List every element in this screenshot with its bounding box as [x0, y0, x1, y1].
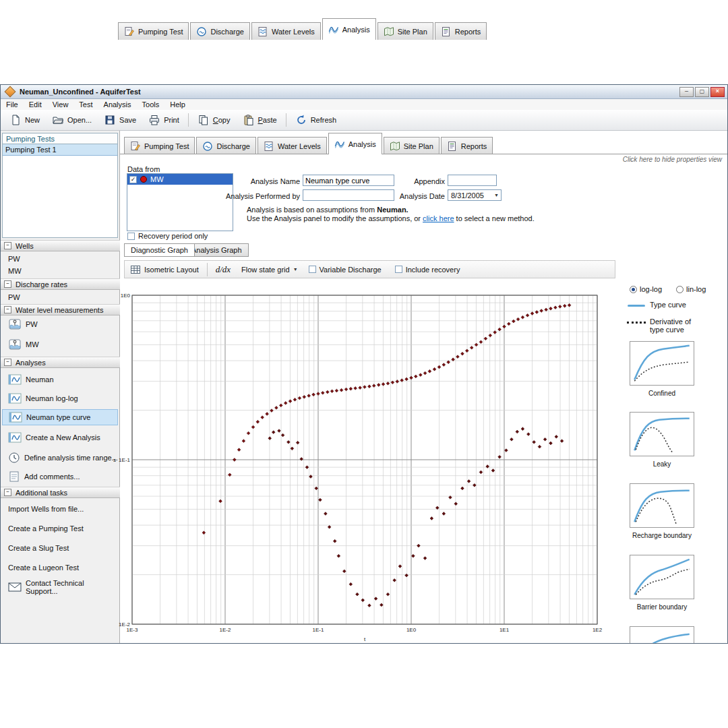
tab-analysis[interactable]: Analysis — [328, 133, 382, 154]
flow-state-grid-dropdown[interactable]: Flow state grid▼ — [241, 266, 297, 274]
sidebar-section-additional-tasks[interactable]: Additional tasks — [1, 487, 120, 498]
sidebar-item-create-slug-test[interactable]: Create a Slug Test — [2, 542, 118, 554]
model-thumbnail-recharge-boundary[interactable] — [630, 483, 694, 528]
sidebar-section-water-levels[interactable]: Water level measurements — [1, 304, 120, 315]
chevron-down-icon[interactable]: ▼ — [492, 193, 501, 198]
sidebar-item-well-pw[interactable]: PW — [2, 253, 118, 265]
copy-button[interactable]: Copy — [191, 112, 237, 128]
recovery-period-checkbox-row[interactable]: Recovery period only — [127, 232, 208, 240]
assumption-text: Use the Analysis panel to modify the ass… — [247, 214, 423, 222]
menu-analysis[interactable]: Analysis — [98, 100, 137, 109]
sidebar-section-analyses[interactable]: Analyses — [1, 357, 120, 368]
sidebar-item-create-lugeon-test[interactable]: Create a Lugeon Test — [2, 562, 118, 574]
tab-diagnostic-graph[interactable]: Diagnostic Graph — [124, 243, 195, 257]
radio-selected-icon[interactable] — [630, 286, 637, 293]
sidebar-item-neuman[interactable]: Neuman — [2, 371, 118, 388]
tab-water-levels[interactable]: Water Levels — [257, 137, 327, 154]
tab-discharge[interactable]: Discharge — [196, 137, 256, 154]
sidebar-item-waterlevel-pw[interactable]: PW — [2, 316, 118, 332]
variable-discharge-checkbox-row[interactable]: Variable Discharge — [309, 266, 382, 274]
menu-tools[interactable]: Tools — [137, 100, 165, 109]
model-thumbnail-barrier-boundary[interactable] — [630, 555, 694, 599]
collapse-icon[interactable] — [4, 359, 11, 366]
tab-analysis[interactable]: Analysis — [322, 18, 376, 40]
collapse-icon[interactable] — [4, 306, 11, 313]
collapse-icon[interactable] — [4, 280, 11, 288]
isometric-layout-button[interactable]: Isometric Layout — [130, 264, 199, 275]
appendix-input[interactable] — [448, 175, 497, 186]
tab-reports[interactable]: Reports — [441, 137, 493, 154]
checkbox-unchecked[interactable] — [309, 266, 316, 273]
sidebar-item-neuman-type-curve[interactable]: Neuman type curve — [2, 409, 118, 425]
model-thumbnail-confined[interactable] — [630, 341, 694, 386]
scale-radio-log-log[interactable]: log-log — [630, 285, 662, 293]
sidebar-item-import-wells[interactable]: Import Wells from file... — [2, 503, 118, 515]
collapse-icon[interactable] — [4, 242, 11, 249]
performed-by-input[interactable] — [303, 189, 394, 201]
print-button[interactable]: Print — [142, 112, 185, 128]
tab-reports[interactable]: Reports — [435, 22, 487, 40]
tab-pumping-test[interactable]: Pumping Test — [118, 22, 189, 40]
button-label: New — [25, 116, 40, 124]
diagnostic-log-log-chart[interactable]: 1E-31E-21E-11E01E11E21E01E-11E-2ts — [105, 280, 617, 644]
model-thumbnail-partial[interactable] — [630, 626, 694, 644]
title-bar: Neuman_Unconfined - AquiferTest — [1, 85, 727, 99]
site-plan-icon — [384, 26, 394, 37]
new-button[interactable]: New — [3, 112, 46, 128]
radio-unselected-icon[interactable] — [676, 286, 684, 293]
checkbox-label: Recovery period only — [138, 232, 208, 240]
tab-pumping-test[interactable]: Pumping Test — [124, 137, 195, 154]
data-item-mw[interactable]: MW — [127, 174, 233, 185]
menu-edit[interactable]: Edit — [24, 100, 47, 109]
list-item-label: MW — [26, 340, 39, 348]
analysis-date-dropdown[interactable]: 8/31/2005 ▼ — [448, 189, 502, 201]
model-thumbnail-leaky[interactable] — [630, 412, 694, 456]
sidebar-item-contact-support[interactable]: Contact Technical Support... — [2, 579, 118, 595]
sidebar-section-wells[interactable]: Wells — [1, 240, 120, 251]
scale-radio-lin-log[interactable]: lin-log — [676, 285, 706, 293]
menu-file[interactable]: File — [1, 100, 24, 109]
derivative-ddx-button[interactable]: d/dx — [216, 264, 231, 275]
close-button[interactable] — [710, 87, 725, 97]
menu-help[interactable]: Help — [164, 100, 191, 109]
sidebar-section-discharge-rates[interactable]: Discharge rates — [1, 278, 120, 290]
include-recovery-checkbox-row[interactable]: Include recovery — [395, 266, 460, 274]
sidebar-item-neuman-log-log[interactable]: Neuman log-log — [2, 390, 118, 406]
analysis-name-input[interactable] — [303, 175, 394, 186]
sidebar-item-pumping-test-1[interactable]: Pumping Test 1 — [3, 144, 117, 156]
sidebar-item-define-time-range[interactable]: Define analysis time range... — [2, 450, 118, 466]
sidebar-item-waterlevel-mw[interactable]: MW — [2, 336, 118, 353]
button-label: Paste — [258, 116, 277, 124]
tab-water-levels[interactable]: Water Levels — [251, 22, 321, 40]
open-icon — [52, 114, 64, 126]
sidebar-item-create-new-analysis[interactable]: Create a New Analysis — [2, 429, 118, 446]
collapse-icon[interactable] — [4, 489, 11, 496]
tab-site-plan[interactable]: Site Plan — [377, 22, 433, 40]
menu-test[interactable]: Test — [73, 100, 98, 109]
menu-view[interactable]: View — [47, 100, 74, 109]
maximize-button[interactable] — [695, 87, 709, 97]
save-button[interactable]: Save — [98, 112, 142, 128]
tab-label: Pumping Test — [138, 28, 183, 36]
pumping-tests-header[interactable]: Pumping Tests — [2, 133, 118, 144]
analysis-squiggle-icon — [8, 374, 22, 385]
list-item-label: Create a New Analysis — [26, 433, 100, 442]
tab-discharge[interactable]: Discharge — [190, 22, 250, 40]
tab-site-plan[interactable]: Site Plan — [384, 137, 439, 154]
list-item-label: Create a Pumping Test — [8, 524, 84, 533]
checkbox-checked[interactable] — [129, 176, 137, 183]
list-item-label: MW — [8, 267, 22, 275]
refresh-button[interactable]: Refresh — [289, 112, 343, 128]
select-method-link[interactable]: click here — [423, 214, 454, 222]
sidebar-item-add-comments[interactable]: Add comments... — [2, 468, 118, 485]
sidebar-item-discharge-pw[interactable]: PW — [2, 291, 118, 303]
pumping-tests-list: Pumping Test 1 — [2, 144, 118, 238]
paste-button[interactable]: Paste — [237, 112, 283, 128]
checkbox-unchecked[interactable] — [395, 266, 402, 273]
minimize-button[interactable] — [679, 87, 694, 97]
checkbox-unchecked[interactable] — [127, 233, 135, 240]
sidebar-item-well-mw[interactable]: MW — [2, 265, 118, 277]
open-button[interactable]: Open... — [46, 112, 98, 128]
sidebar-item-create-pumping-test[interactable]: Create a Pumping Test — [2, 522, 118, 535]
hide-properties-link[interactable]: Click here to hide properties view — [623, 156, 722, 163]
